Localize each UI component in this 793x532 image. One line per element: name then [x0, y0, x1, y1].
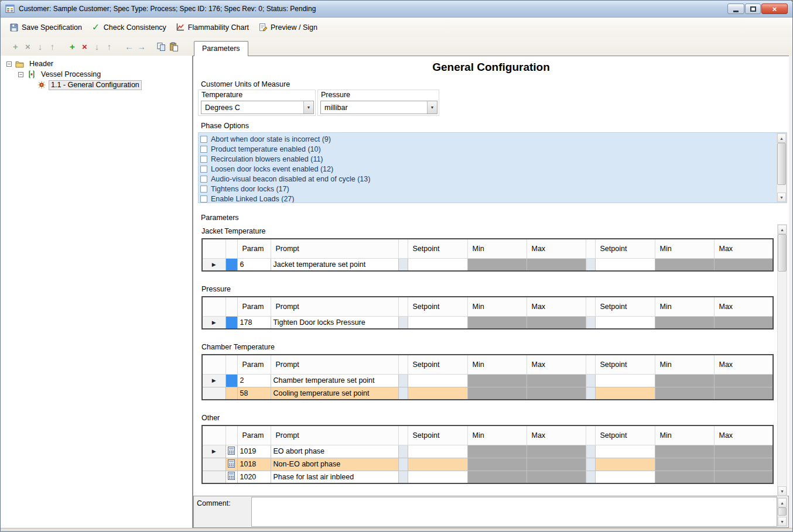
add-node-icon[interactable]: + [9, 41, 22, 53]
move-row-up-icon[interactable]: ↑ [103, 41, 115, 53]
phase-option-row[interactable]: Audio-visual beacon disabled at end of c… [199, 174, 787, 184]
add-row-icon[interactable]: + [66, 41, 78, 53]
titlebar[interactable]: Customer: Sample Customer; Spec Type: Pr… [1, 1, 792, 18]
paste-icon[interactable] [168, 41, 180, 53]
parameter-row[interactable]: 1020Phase for last air inbleed [202, 471, 773, 483]
phase-option-row[interactable]: Recirculation blowers enabled (11) [199, 154, 787, 164]
setpoint-cell[interactable] [408, 258, 467, 271]
comment-scrollbar[interactable]: ▲ ▼ [777, 497, 787, 527]
flammability-chart-button[interactable]: Flammability Chart [172, 20, 254, 35]
setpoint2-cell[interactable] [595, 316, 655, 329]
setpoint2-cell[interactable] [595, 471, 655, 483]
setpoint-cell[interactable] [408, 387, 467, 400]
phase-option-row[interactable]: Enable Linked Loads (27) [199, 194, 787, 203]
parameter-row[interactable]: 1018Non-EO abort phase [202, 458, 773, 471]
row-selector-cell[interactable] [202, 458, 225, 471]
scroll-track[interactable] [778, 507, 787, 517]
checkbox-icon[interactable] [200, 166, 207, 173]
scroll-track[interactable] [778, 234, 787, 486]
parameters-scrollbar[interactable]: ▲ ▼ [777, 224, 787, 496]
scroll-thumb[interactable] [778, 234, 787, 272]
collapse-icon[interactable]: − [18, 72, 23, 77]
parameters-label: Parameters [201, 214, 239, 222]
minimize-button[interactable] [727, 4, 744, 14]
scroll-thumb[interactable] [777, 143, 786, 185]
phase-option-row[interactable]: Product temperature enabled (10) [199, 144, 787, 154]
delete-node-icon[interactable]: × [22, 41, 34, 53]
row-selector-cell[interactable]: ▶ [202, 316, 225, 329]
delete-row-icon[interactable]: × [78, 41, 91, 53]
parameter-row[interactable]: ▶6Jacket temperature set point [202, 258, 773, 271]
comment-input[interactable] [251, 497, 777, 527]
tree-item-header[interactable]: −Header [1, 59, 192, 69]
navigate-back-icon[interactable]: ← [123, 41, 135, 53]
save-specification-button[interactable]: Save Specification [5, 20, 87, 35]
setpoint-cell[interactable] [408, 471, 467, 483]
row-selector-cell[interactable]: ▶ [202, 445, 225, 458]
check-consistency-button[interactable]: ✓ Check Consistency [87, 20, 172, 35]
min2-cell [655, 374, 714, 387]
separator-cell [398, 258, 408, 271]
setpoint2-cell[interactable] [595, 258, 655, 271]
setpoint2-cell[interactable] [595, 445, 655, 458]
setpoint-cell[interactable] [408, 316, 467, 329]
parameter-group-title: Other [198, 413, 777, 423]
navigate-forward-icon[interactable]: → [135, 41, 148, 53]
setpoint2-cell[interactable] [595, 387, 655, 400]
checkbox-icon[interactable] [200, 195, 207, 202]
phase-option-row[interactable]: Loosen door locks event enabled (12) [199, 164, 787, 174]
chevron-down-icon[interactable]: ▼ [303, 101, 313, 114]
tree-item-1-1-general-configuration[interactable]: 1.1 - General Configuration [1, 80, 192, 90]
scroll-track[interactable] [777, 143, 786, 193]
param-cell: 1018 [237, 458, 271, 471]
parameter-row[interactable]: ▶2Chamber temperature set point [202, 374, 773, 387]
checkbox-icon[interactable] [200, 186, 207, 193]
checkbox-icon[interactable] [200, 136, 207, 143]
maximize-button[interactable] [745, 4, 761, 14]
row-selector-cell[interactable]: ▶ [202, 258, 225, 271]
phase-scrollbar[interactable]: ▲ ▼ [777, 133, 787, 202]
move-node-down-icon[interactable]: ↓ [34, 41, 46, 53]
row-selector-cell[interactable] [202, 387, 225, 400]
checkbox-icon[interactable] [200, 156, 207, 163]
phase-option-row[interactable]: Tightens door locks (17) [199, 184, 787, 194]
close-button[interactable]: × [761, 4, 788, 14]
minimize-icon [733, 11, 739, 12]
scroll-thumb[interactable] [778, 507, 787, 516]
tab-parameters[interactable]: Parameters [194, 41, 248, 56]
scroll-down-icon[interactable]: ▼ [778, 517, 787, 526]
setpoint-cell[interactable] [408, 458, 467, 471]
scroll-up-icon[interactable]: ▲ [778, 225, 787, 234]
min2-cell [655, 387, 714, 400]
setpoint-cell[interactable] [408, 445, 467, 458]
checkbox-icon[interactable] [200, 146, 207, 153]
temperature-select[interactable]: Degrees C ▼ [201, 101, 314, 114]
setpoint-cell[interactable] [408, 374, 467, 387]
chevron-down-icon[interactable]: ▼ [427, 101, 437, 114]
row-selector-cell[interactable] [202, 471, 225, 483]
row-selector-cell[interactable]: ▶ [202, 374, 225, 387]
phase-option-row[interactable]: Abort when door state is incorrect (9) [199, 134, 787, 144]
tree-item-vessel-processing[interactable]: −Vessel Processing [1, 69, 192, 80]
temperature-value: Degrees C [201, 104, 303, 112]
parameter-row[interactable]: 58Cooling temperature set point [202, 387, 773, 400]
table-header-row: ParamPromptSetpointMinMaxSetpointMinMax [202, 239, 773, 258]
parameter-row[interactable]: ▶1019EO abort phase [202, 445, 773, 458]
column-header: Min [655, 297, 714, 316]
collapse-icon[interactable]: − [6, 61, 12, 67]
move-row-down-icon[interactable]: ↓ [91, 41, 103, 53]
move-node-up-icon[interactable]: ↑ [46, 41, 59, 53]
checkbox-icon[interactable] [200, 176, 207, 183]
setpoint2-cell[interactable] [595, 374, 655, 387]
parameter-row[interactable]: ▶178Tighten Door locks Pressure [202, 316, 773, 329]
setpoint2-cell[interactable] [595, 458, 655, 471]
pressure-select[interactable]: millibar ▼ [320, 101, 437, 114]
scroll-down-icon[interactable]: ▼ [778, 486, 787, 496]
scroll-up-icon[interactable]: ▲ [777, 133, 786, 143]
scroll-down-icon[interactable]: ▼ [777, 193, 786, 202]
preview-sign-button[interactable]: Preview / Sign [254, 20, 323, 35]
max-cell [527, 387, 586, 400]
copy-icon[interactable] [155, 41, 168, 53]
scroll-up-icon[interactable]: ▲ [778, 498, 787, 507]
column-header: Param [237, 297, 271, 316]
